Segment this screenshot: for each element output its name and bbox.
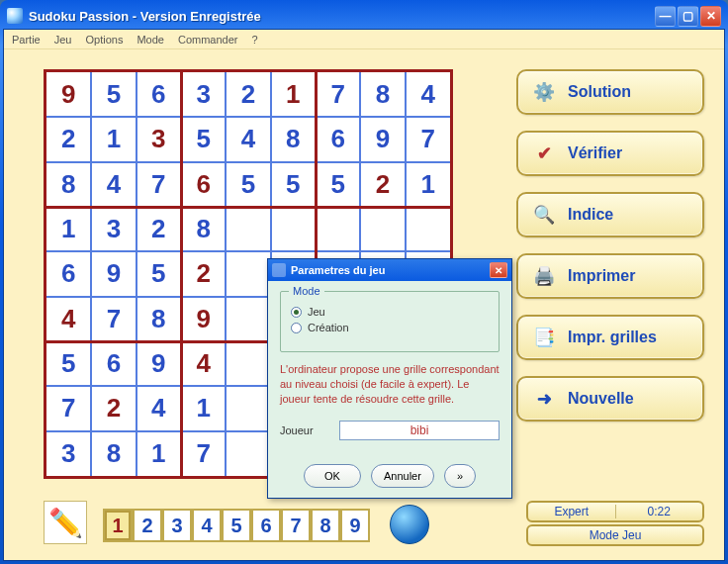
cell-3-3[interactable]: 8 xyxy=(181,207,226,251)
cell-0-6[interactable]: 7 xyxy=(316,72,360,117)
radio-jeu[interactable]: Jeu xyxy=(291,306,489,318)
cell-2-4[interactable]: 5 xyxy=(226,162,270,207)
new-label: Nouvelle xyxy=(568,390,634,408)
cell-3-8[interactable] xyxy=(406,207,450,251)
cell-2-7[interactable]: 2 xyxy=(360,162,405,207)
cell-3-7[interactable] xyxy=(360,207,405,251)
cell-8-2[interactable]: 1 xyxy=(136,431,181,476)
cell-7-2[interactable]: 4 xyxy=(136,386,181,430)
minimize-button[interactable]: — xyxy=(655,6,676,27)
cell-7-1[interactable]: 2 xyxy=(91,386,136,430)
cell-7-3[interactable]: 1 xyxy=(181,386,226,430)
cell-5-0[interactable]: 4 xyxy=(46,297,91,341)
cell-2-2[interactable]: 7 xyxy=(136,162,181,207)
numsel-2[interactable]: 2 xyxy=(133,509,162,542)
cell-1-1[interactable]: 1 xyxy=(91,117,136,161)
cell-0-7[interactable]: 8 xyxy=(360,72,405,117)
cell-3-1[interactable]: 3 xyxy=(91,207,136,251)
ok-button[interactable]: OK xyxy=(304,464,361,488)
cell-4-2[interactable]: 5 xyxy=(136,251,181,296)
maximize-button[interactable]: ▢ xyxy=(678,6,698,27)
cell-1-7[interactable]: 9 xyxy=(360,117,405,161)
cell-3-0[interactable]: 1 xyxy=(46,207,91,251)
print-grids-button[interactable]: 📑Impr. grilles xyxy=(516,315,704,360)
print-label: Imprimer xyxy=(568,267,635,285)
numsel-7[interactable]: 7 xyxy=(281,509,311,542)
menu-commander[interactable]: Commander xyxy=(178,34,238,46)
cell-4-0[interactable]: 6 xyxy=(46,251,91,296)
cell-1-3[interactable]: 5 xyxy=(181,117,226,161)
cell-8-4[interactable] xyxy=(226,431,270,476)
player-input[interactable] xyxy=(339,421,500,440)
cell-4-4[interactable] xyxy=(226,251,270,296)
radio-dot-icon xyxy=(291,323,302,333)
solution-button[interactable]: ⚙️Solution xyxy=(516,69,704,115)
cell-5-1[interactable]: 7 xyxy=(91,297,136,341)
cell-5-2[interactable]: 8 xyxy=(136,297,181,341)
cell-0-5[interactable]: 1 xyxy=(271,72,316,117)
cell-2-8[interactable]: 1 xyxy=(406,162,450,207)
cell-1-4[interactable]: 4 xyxy=(226,117,270,161)
cell-2-0[interactable]: 8 xyxy=(46,162,91,207)
dialog-titlebar: Parametres du jeu ✕ xyxy=(268,259,511,281)
cell-4-1[interactable]: 9 xyxy=(91,251,136,296)
cell-3-5[interactable] xyxy=(271,207,316,251)
cell-6-3[interactable]: 4 xyxy=(181,341,226,386)
cell-0-3[interactable]: 3 xyxy=(181,72,226,117)
cell-4-3[interactable]: 2 xyxy=(181,251,226,296)
cell-7-0[interactable]: 7 xyxy=(46,386,91,430)
cell-1-2[interactable]: 3 xyxy=(136,117,181,161)
cell-8-1[interactable]: 8 xyxy=(91,431,136,476)
dialog-close-button[interactable]: ✕ xyxy=(490,262,507,278)
cell-6-2[interactable]: 9 xyxy=(136,341,181,386)
cell-0-4[interactable]: 2 xyxy=(226,72,270,117)
numsel-3[interactable]: 3 xyxy=(162,509,192,542)
more-button[interactable]: » xyxy=(444,464,476,488)
cell-3-6[interactable] xyxy=(316,207,360,251)
numsel-5[interactable]: 5 xyxy=(222,509,251,542)
cell-2-3[interactable]: 6 xyxy=(181,162,226,207)
menu-mode[interactable]: Mode xyxy=(136,34,164,46)
menu-jeu[interactable]: Jeu xyxy=(54,34,72,46)
app-icon xyxy=(7,8,23,24)
verify-button[interactable]: ✔Vérifier xyxy=(516,131,704,176)
cell-6-4[interactable] xyxy=(226,341,270,386)
cell-0-8[interactable]: 4 xyxy=(406,72,450,117)
cell-8-0[interactable]: 3 xyxy=(46,431,91,476)
cell-2-1[interactable]: 4 xyxy=(91,162,136,207)
cell-5-4[interactable] xyxy=(226,297,270,341)
menu-options[interactable]: Options xyxy=(86,34,124,46)
cell-3-4[interactable] xyxy=(226,207,270,251)
cell-7-4[interactable] xyxy=(226,386,270,430)
numsel-6[interactable]: 6 xyxy=(251,509,281,542)
numsel-1[interactable]: 1 xyxy=(103,509,133,542)
numsel-4[interactable]: 4 xyxy=(192,509,222,542)
cell-2-5[interactable]: 5 xyxy=(271,162,316,207)
globe-button[interactable] xyxy=(390,505,429,544)
cell-6-1[interactable]: 6 xyxy=(91,341,136,386)
radio-creation[interactable]: Création xyxy=(291,322,489,333)
menu-partie[interactable]: Partie xyxy=(12,34,41,46)
cell-0-2[interactable]: 6 xyxy=(136,72,181,117)
print-button[interactable]: 🖨️Imprimer xyxy=(516,253,704,299)
hint-button[interactable]: 🔍Indice xyxy=(516,192,704,237)
close-button[interactable]: ✕ xyxy=(700,6,721,27)
cell-6-0[interactable]: 5 xyxy=(46,341,91,386)
client-area: Partie Jeu Options Mode Commander ? 9563… xyxy=(3,29,725,561)
cancel-button[interactable]: Annuler xyxy=(371,464,434,488)
cell-1-6[interactable]: 6 xyxy=(316,117,360,161)
new-button[interactable]: ➜Nouvelle xyxy=(516,376,704,422)
pencil-tool[interactable]: ✏️ xyxy=(44,501,87,544)
numsel-9[interactable]: 9 xyxy=(340,509,370,542)
cell-5-3[interactable]: 9 xyxy=(181,297,226,341)
cell-1-5[interactable]: 8 xyxy=(271,117,316,161)
cell-1-8[interactable]: 7 xyxy=(406,117,450,161)
cell-0-1[interactable]: 5 xyxy=(91,72,136,117)
cell-8-3[interactable]: 7 xyxy=(181,431,226,476)
menu-help[interactable]: ? xyxy=(251,34,257,46)
numsel-8[interactable]: 8 xyxy=(311,509,340,542)
cell-0-0[interactable]: 9 xyxy=(46,72,91,117)
cell-3-2[interactable]: 2 xyxy=(136,207,181,251)
cell-1-0[interactable]: 2 xyxy=(46,117,91,161)
cell-2-6[interactable]: 5 xyxy=(316,162,360,207)
